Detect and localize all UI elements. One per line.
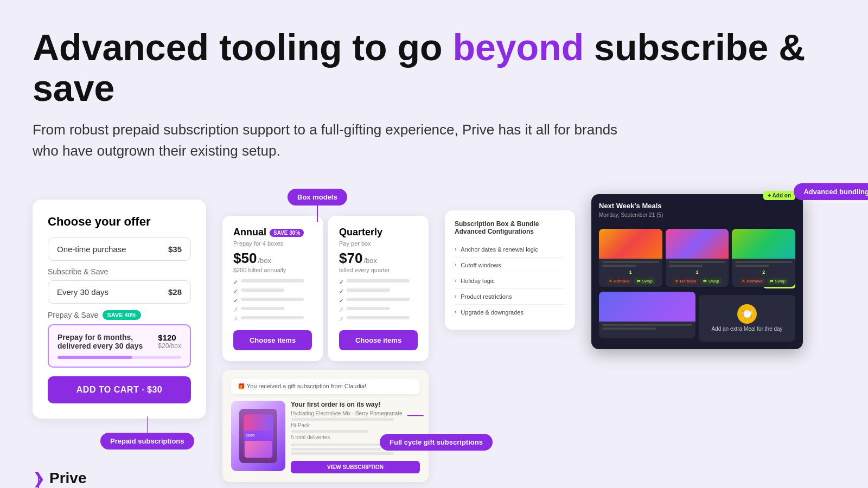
configs-title: Subscription Box & Bundle Advanced Confi… [455,220,565,235]
quarterly-unit: /box [363,256,377,265]
chevron-icon: › [455,293,456,299]
box-models-label: Box models [288,189,347,206]
chevron-icon: › [455,246,456,252]
config-cutoff[interactable]: › Cutoff windows [455,258,565,273]
config-holiday[interactable]: › Holiday logic [455,273,565,289]
annual-prepay-text: Prepay for 4 boxes [233,240,312,247]
configs-area: Subscription Box & Bundle Advanced Confi… [445,210,575,330]
prepay-section: Prepay & Save SAVE 40% [48,310,191,320]
one-time-label: One-time purchase [57,245,126,254]
one-time-price: $35 [168,245,182,254]
page-title: Advanced tooling to go beyond subscribe … [33,27,835,108]
add-extra-text: Add an extra Meal for the day [711,326,782,332]
swap-meal-1-button[interactable]: ⇄ Swap [634,278,655,285]
meal-item-4 [599,292,695,338]
offer-card: Choose your offer One-time purchase $35 … [33,200,206,419]
annual-billing: $200 billed annually [233,267,312,273]
swap-meal-2-button[interactable]: ⇄ Swap [700,278,722,285]
add-extra-meal: 🍽️ Add an extra Meal for the day [699,295,795,342]
config-holiday-text: Holiday logic [461,278,494,284]
dark-panel-title: Next Week's Meals [599,202,663,210]
swap-meal-3-button[interactable]: ⇄ Swap [767,278,788,285]
config-upgrade-downgrade[interactable]: › Upgrade & downgrades [455,305,565,320]
dark-panel-date: Monday, September 21 (5) [599,212,663,218]
quarterly-card: Quarterly Pay per box $70 /box billed ev… [328,216,429,361]
subscribe-price: $28 [168,287,182,297]
quarterly-choose-items-button[interactable]: Choose items [339,330,418,350]
subscribe-frequency: Every 30 days [57,287,108,297]
chevron-icon: › [455,278,456,284]
prepay-option[interactable]: Prepay for 6 months, delivered every 30 … [48,324,191,368]
chevron-icon: › [455,309,456,315]
gift-label: Full cycle gift subscriptions [380,434,493,451]
gift-order-title: Your first order is on its way! [291,401,420,408]
one-time-option[interactable]: One-time purchase $35 [48,237,191,261]
prive-logo-icon: ❯ [33,470,45,487]
config-anchor-dates[interactable]: › Anchor dates & renewal logic [455,242,565,258]
quarterly-price: $70 [339,250,362,267]
configs-card: Subscription Box & Bundle Advanced Confi… [445,210,575,330]
annual-unit: /box [258,256,271,265]
annual-card: Annual SAVE 30% Prepay for 4 boxes $50 /… [222,216,323,361]
add-on-button-top[interactable]: + Add on [763,191,795,200]
page-subtitle: From robust prepaid subscription support… [33,119,629,162]
config-upgrade-text: Upgrade & downgrades [461,309,524,316]
prepaid-label: Prepaid subscriptions [100,433,194,450]
config-product-restrictions[interactable]: › Product restrictions [455,289,565,305]
dark-panel: Next Week's Meals Monday, September 21 (… [591,194,803,349]
quarterly-pay-text: Pay per box [339,240,418,247]
meal-icon: 🍽️ [737,304,757,324]
offer-title: Choose your offer [48,215,191,229]
config-anchor-text: Anchor dates & renewal logic [461,246,538,253]
config-cutoff-text: Cutoff windows [461,262,501,268]
annual-type: Annual [233,227,266,238]
meal-item-2: 1 ✕ Remove ⇄ Swap [666,229,729,287]
remove-meal-1-button[interactable]: ✕ Remove [606,278,633,285]
remove-meal-2-button[interactable]: ✕ Remove [672,278,699,285]
prive-logo-text: Prive [49,470,87,487]
gift-notification: 🎁 You received a gift subscription from … [231,378,420,394]
chevron-icon: › [455,262,456,268]
meal-item-3: 2 ✕ Remove ⇄ Swap [732,229,795,287]
prepay-per-box: $20/box [158,342,181,350]
view-subscription-button[interactable]: VIEW SUBSCRIPTION [291,461,420,473]
gift-product-image: cure [231,401,285,471]
advanced-bundling-label: Advanced bundling [794,183,868,200]
annual-choose-items-button[interactable]: Choose items [233,330,312,350]
gift-product-name: Hydrating Electrolyte Mix · Berry Pomegr… [291,410,420,416]
annual-save-badge: SAVE 30% [270,229,304,237]
remove-meal-3-button[interactable]: ✕ Remove [739,278,765,285]
quarterly-billing: billed every quarter [339,267,418,273]
add-to-cart-button[interactable]: ADD TO CART · $30 [48,376,191,403]
prepay-price: $120 [158,333,181,342]
subscribe-option[interactable]: Every 30 days $28 [48,280,191,304]
prepay-description: Prepay for 6 months, delivered every 30 … [58,333,158,350]
subscribe-label: Subscribe & Save [48,267,191,276]
annual-price: $50 [233,250,257,267]
save-badge: SAVE 40% [103,310,141,320]
config-restrictions-text: Product restrictions [461,293,512,300]
gift-card: 🎁 You received a gift subscription from … [222,370,429,482]
meal-item-1: 1 ✕ Remove ⇄ Swap [599,229,662,287]
prive-logo: ❯ Prive [33,470,87,487]
gift-pack: Hi-Pack [291,422,420,428]
quarterly-type: Quarterly [339,227,382,238]
